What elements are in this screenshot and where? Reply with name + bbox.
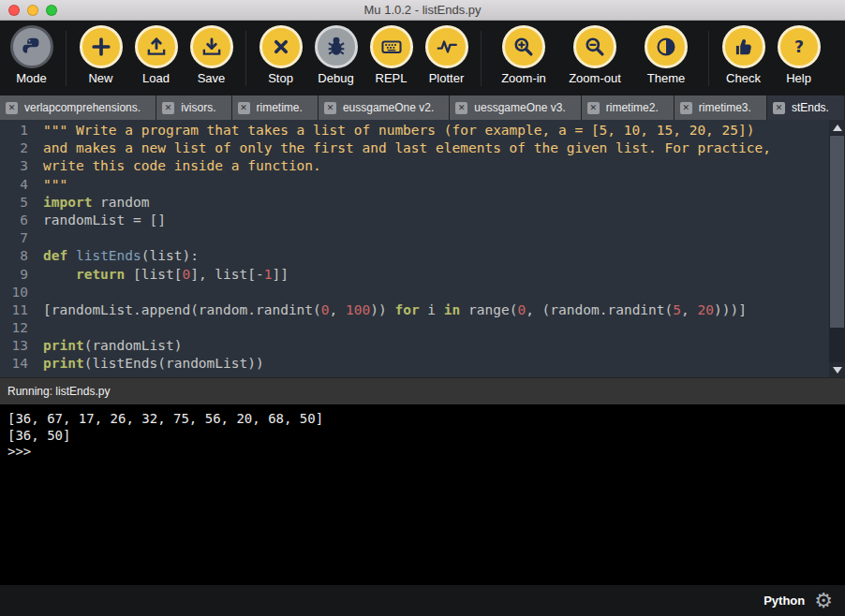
tab-close-icon[interactable]: ✕ bbox=[680, 102, 692, 114]
repl-button-label: REPL bbox=[376, 71, 408, 85]
code-line[interactable]: 8def listEnds(list): bbox=[0, 247, 829, 265]
new-button-label: New bbox=[88, 71, 112, 85]
plotter-button-label: Plotter bbox=[429, 71, 465, 85]
scrollbar-thumb[interactable] bbox=[830, 136, 844, 328]
code-line[interactable]: 11[randomList.append(random.randint(0, 1… bbox=[0, 301, 829, 319]
check-button[interactable]: Check bbox=[716, 25, 771, 85]
stop-button-label: Stop bbox=[268, 71, 293, 85]
tab-label: verlapcomprehensions. bbox=[24, 101, 141, 114]
zoom-out-button-label: Zoom-out bbox=[569, 71, 621, 85]
code-line[interactable]: 9 return [list[0], list[-1]] bbox=[0, 266, 829, 284]
zoom-window-button[interactable] bbox=[46, 5, 57, 16]
code-text: print(listEnds(randomList)) bbox=[43, 355, 264, 373]
code-line[interactable]: 7 bbox=[0, 229, 829, 247]
contrast-icon bbox=[645, 25, 688, 68]
tab[interactable]: ✕eussgameOne v2. bbox=[319, 95, 450, 120]
line-number: 1 bbox=[0, 122, 43, 139]
tab-close-icon[interactable]: ✕ bbox=[587, 102, 600, 114]
titlebar: Mu 1.0.2 - listEnds.py bbox=[0, 0, 845, 21]
code-text: import random bbox=[43, 194, 150, 212]
tab-label: rimetime2. bbox=[606, 101, 659, 114]
tab[interactable]: ✕stEnds. bbox=[767, 95, 845, 120]
zoom-in-button[interactable]: Zoom-in bbox=[488, 25, 559, 85]
code-line[interactable]: 5import random bbox=[0, 194, 829, 212]
code-line[interactable]: 13print(randomList) bbox=[0, 337, 829, 355]
code-line[interactable]: 6randomList = [] bbox=[0, 212, 829, 229]
new-button[interactable]: New bbox=[73, 25, 128, 85]
line-number: 11 bbox=[0, 301, 43, 319]
thumbs-up-icon bbox=[722, 25, 765, 68]
code-line[interactable]: 1""" Write a program that takes a list o… bbox=[0, 122, 829, 139]
line-number: 5 bbox=[0, 194, 43, 212]
line-number: 13 bbox=[0, 337, 43, 355]
code-line[interactable]: 14print(listEnds(randomList)) bbox=[0, 355, 829, 373]
code-text: write this code inside a function. bbox=[43, 157, 321, 175]
tab-close-icon[interactable]: ✕ bbox=[773, 102, 785, 114]
line-number: 14 bbox=[0, 355, 43, 373]
code-line[interactable]: 2and makes a new list of only the first … bbox=[0, 139, 829, 157]
code-text: randomList = [] bbox=[43, 212, 166, 229]
stop-x-icon bbox=[259, 25, 303, 68]
theme-button-label: Theme bbox=[647, 71, 685, 85]
code-text: return [list[0], list[-1]] bbox=[43, 266, 289, 284]
toolbar-separator bbox=[66, 31, 67, 86]
tab-label: rimetime. bbox=[257, 101, 303, 114]
editor-scrollbar[interactable] bbox=[829, 120, 845, 377]
line-number: 6 bbox=[0, 212, 43, 229]
stop-button[interactable]: Stop bbox=[253, 25, 308, 85]
tab-label: eussgameOne v2. bbox=[343, 101, 434, 114]
line-number: 3 bbox=[0, 157, 43, 175]
tab[interactable]: ✕rimetime3. bbox=[675, 95, 767, 120]
tab[interactable]: ✕uessgameOne v3. bbox=[450, 95, 581, 120]
code-text: print(randomList) bbox=[43, 337, 182, 355]
arrow-down-icon bbox=[833, 367, 842, 374]
check-button-label: Check bbox=[726, 71, 761, 85]
tab-close-icon[interactable]: ✕ bbox=[455, 102, 467, 114]
tab-close-icon[interactable]: ✕ bbox=[6, 102, 18, 114]
zoom-out-icon bbox=[573, 25, 616, 68]
code-line[interactable]: 10 bbox=[0, 284, 829, 301]
tab[interactable]: ✕ivisors. bbox=[156, 95, 231, 120]
save-button[interactable]: Save bbox=[184, 25, 239, 85]
code-text: """ Write a program that takes a list of… bbox=[43, 122, 755, 139]
status-bar: Python ⚙ bbox=[0, 585, 845, 616]
close-window-button[interactable] bbox=[8, 5, 20, 16]
code-line[interactable]: 3write this code inside a function. bbox=[0, 157, 829, 175]
arrow-up-icon bbox=[833, 125, 842, 131]
toolbar-separator bbox=[245, 31, 246, 86]
debug-button[interactable]: Debug bbox=[308, 25, 363, 85]
tab[interactable]: ✕rimetime2. bbox=[582, 95, 675, 120]
load-button-label: Load bbox=[142, 71, 170, 85]
mode-button[interactable]: Mode bbox=[4, 25, 59, 85]
code-line[interactable]: 15 bbox=[0, 374, 829, 377]
load-arrow-up-icon bbox=[135, 25, 178, 68]
repl-button[interactable]: REPL bbox=[363, 25, 419, 85]
output-console[interactable]: [36, 67, 17, 26, 32, 75, 56, 20, 68, 50]… bbox=[0, 404, 845, 585]
scroll-down-button[interactable] bbox=[829, 362, 845, 377]
scroll-up-button[interactable] bbox=[829, 120, 845, 135]
console-line: [36, 67, 17, 26, 32, 75, 56, 20, 68, 50] bbox=[7, 411, 838, 428]
zoom-in-button-label: Zoom-in bbox=[501, 71, 546, 85]
svg-text:?: ? bbox=[793, 37, 803, 56]
tab-close-icon[interactable]: ✕ bbox=[324, 102, 336, 114]
keyboard-icon bbox=[370, 25, 413, 68]
toolbar-separator bbox=[481, 31, 482, 86]
help-button[interactable]: ? Help bbox=[771, 25, 826, 85]
code-editor[interactable]: 1""" Write a program that takes a list o… bbox=[0, 120, 845, 377]
gear-icon[interactable]: ⚙ bbox=[814, 591, 833, 611]
window-title: Mu 1.0.2 - listEnds.py bbox=[0, 3, 845, 17]
plotter-button[interactable]: Plotter bbox=[419, 25, 474, 85]
tab-label: stEnds. bbox=[792, 101, 829, 114]
line-number: 15 bbox=[0, 374, 43, 377]
tab-close-icon[interactable]: ✕ bbox=[238, 102, 250, 114]
load-button[interactable]: Load bbox=[128, 25, 184, 85]
code-line[interactable]: 4""" bbox=[0, 176, 829, 194]
tab[interactable]: ✕rimetime. bbox=[232, 95, 319, 120]
theme-button[interactable]: Theme bbox=[630, 25, 702, 85]
traffic-lights bbox=[8, 5, 57, 16]
code-line[interactable]: 12 bbox=[0, 319, 829, 337]
tab-close-icon[interactable]: ✕ bbox=[162, 102, 174, 114]
zoom-out-button[interactable]: Zoom-out bbox=[559, 25, 630, 85]
minimize-window-button[interactable] bbox=[27, 5, 38, 16]
tab[interactable]: ✕verlapcomprehensions. bbox=[0, 95, 156, 120]
